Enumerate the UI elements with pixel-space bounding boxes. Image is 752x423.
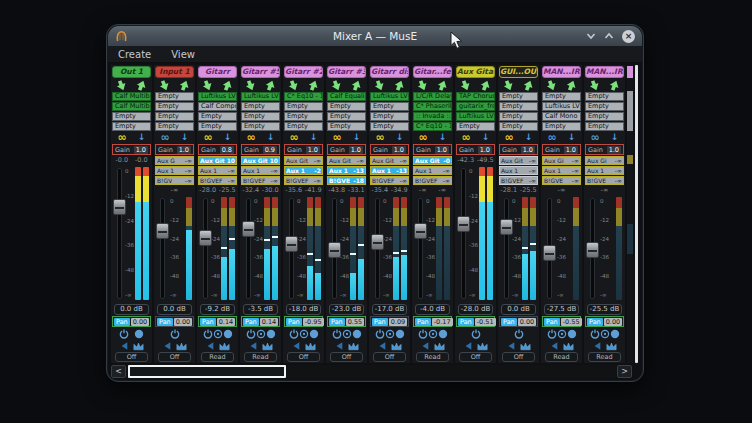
stereo-link-button[interactable]: ∞	[505, 133, 514, 142]
effect-slot[interactable]: Empty	[499, 112, 538, 121]
fader-knob[interactable]	[500, 219, 513, 235]
meter-fallback-button[interactable]: ↓	[396, 133, 404, 142]
solo-button[interactable]	[262, 340, 273, 351]
mute-button[interactable]	[205, 340, 216, 351]
stereo-link-button[interactable]: ∞	[247, 133, 256, 142]
power-button[interactable]	[375, 328, 385, 339]
aux-send[interactable]: Aux Git-∞	[499, 156, 538, 165]
meter-fallback-button[interactable]: ↓	[138, 133, 146, 142]
solo-button[interactable]	[563, 340, 574, 351]
pan-control[interactable]: Pan0.14	[241, 316, 280, 327]
route-output-arrow-icon[interactable]	[179, 80, 190, 91]
route-output-arrow-icon[interactable]	[222, 80, 233, 91]
pan-control[interactable]: Pan0.00	[499, 316, 538, 327]
volume-fader[interactable]	[586, 196, 599, 301]
meter-fallback-button[interactable]: ↓	[611, 133, 619, 142]
track-name-button[interactable]: Gitarr #5	[241, 66, 280, 78]
power-button[interactable]	[332, 328, 342, 339]
effect-slot[interactable]: :: Invada :: I	[413, 112, 452, 121]
route-input-arrow-icon[interactable]	[589, 80, 600, 91]
volume-fader[interactable]	[156, 196, 169, 301]
effect-slot[interactable]: L/C/R Delay	[413, 92, 452, 101]
effect-slot[interactable]: Empty	[327, 102, 366, 111]
meter-fallback-button[interactable]: ↓	[568, 133, 576, 142]
aux-send[interactable]: Aux 1-∞	[499, 166, 538, 175]
aux-send[interactable]: B!GVEF-∞	[413, 176, 452, 185]
solo-button[interactable]	[133, 340, 144, 351]
fader-knob[interactable]	[543, 245, 556, 261]
effect-slot[interactable]: Calf Compr	[198, 102, 237, 111]
effect-slot[interactable]: Empty	[585, 122, 624, 131]
effect-slot[interactable]: Empty	[241, 102, 280, 111]
effect-slot[interactable]: Empty	[499, 92, 538, 101]
gain-value[interactable]: 0.8	[220, 146, 234, 154]
mute-button[interactable]	[506, 340, 517, 351]
gain-value[interactable]: 1.0	[478, 146, 492, 154]
aux-send[interactable]: Aux 1-∞	[542, 166, 581, 175]
record-button[interactable]	[428, 328, 438, 339]
menu-view[interactable]: View	[171, 49, 195, 60]
volume-fader[interactable]	[328, 196, 339, 301]
aux-send[interactable]: B!GVEF-∞	[241, 176, 280, 185]
monitor-button[interactable]	[223, 328, 233, 339]
meter-fallback-button[interactable]: ↓	[224, 133, 232, 142]
level-meter[interactable]	[530, 197, 536, 300]
level-meter[interactable]	[229, 197, 235, 300]
level-meter[interactable]	[522, 197, 528, 300]
route-input-arrow-icon[interactable]	[460, 80, 471, 91]
monitor-button[interactable]	[266, 328, 276, 339]
track-name-button[interactable]: MAN...IR2	[585, 66, 624, 78]
stereo-link-button[interactable]: ∞	[548, 133, 557, 142]
level-meter[interactable]	[444, 197, 450, 300]
automation-mode-button[interactable]: Off	[502, 352, 535, 362]
effect-slot[interactable]: Empty	[499, 102, 538, 111]
effect-slot[interactable]: Luftikus LV	[542, 102, 581, 111]
fader-knob[interactable]	[414, 223, 427, 239]
stereo-link-button[interactable]: ∞	[204, 133, 213, 142]
route-output-arrow-icon[interactable]	[523, 80, 534, 91]
pan-control[interactable]: Pan-0.51	[456, 316, 495, 327]
aux-send[interactable]: Aux 1-∞	[413, 166, 452, 175]
volume-fader[interactable]	[500, 196, 511, 301]
solo-button[interactable]	[477, 340, 488, 351]
mute-button[interactable]	[334, 340, 345, 351]
power-button[interactable]	[418, 328, 428, 339]
shade-window-icon[interactable]	[586, 32, 596, 40]
level-meter[interactable]	[143, 167, 149, 300]
record-button[interactable]	[299, 328, 309, 339]
effect-slot[interactable]: Luftikus LV2	[370, 92, 409, 101]
fader-knob[interactable]	[156, 223, 169, 239]
aux-send[interactable]: B!GVEF-∞	[370, 176, 409, 185]
titlebar[interactable]: Mixer A — MusE ×	[108, 26, 642, 46]
route-input-arrow-icon[interactable]	[245, 80, 256, 91]
aux-send[interactable]: B!GV-∞	[155, 176, 194, 185]
aux-send[interactable]: Aux Git-∞	[370, 156, 409, 165]
gain-value[interactable]: 1.0	[521, 146, 535, 154]
monitor-button[interactable]	[395, 328, 405, 339]
monitor-button[interactable]	[133, 328, 144, 339]
record-button[interactable]	[213, 328, 223, 339]
effect-slot[interactable]: TAP Chorus	[456, 92, 495, 101]
aux-send[interactable]: Aux 1-∞	[198, 166, 237, 175]
level-meter[interactable]	[436, 197, 442, 300]
horizontal-scrollbar[interactable]: < >	[111, 365, 632, 378]
route-input-arrow-icon[interactable]	[288, 80, 299, 91]
solo-button[interactable]	[176, 340, 187, 351]
power-button[interactable]	[547, 328, 557, 339]
aux-send[interactable]: B!GVE-∞	[585, 176, 624, 185]
level-meter[interactable]	[135, 167, 141, 300]
volume-fader[interactable]	[371, 196, 382, 301]
effect-slot[interactable]: Empty	[241, 122, 280, 131]
mute-button[interactable]	[119, 340, 130, 351]
effect-slot[interactable]: Empty	[327, 112, 366, 121]
level-meter[interactable]	[616, 197, 622, 300]
effect-slot[interactable]: Empty	[370, 112, 409, 121]
effect-slot[interactable]: Empty	[370, 122, 409, 131]
level-meter[interactable]	[186, 197, 192, 300]
power-button[interactable]	[470, 328, 481, 339]
automation-mode-button[interactable]: Off	[459, 352, 492, 362]
solo-button[interactable]	[348, 340, 359, 351]
monitor-button[interactable]	[438, 328, 448, 339]
track-name-button[interactable]: Out 1	[112, 66, 151, 78]
gain-value[interactable]: 1.0	[435, 146, 449, 154]
